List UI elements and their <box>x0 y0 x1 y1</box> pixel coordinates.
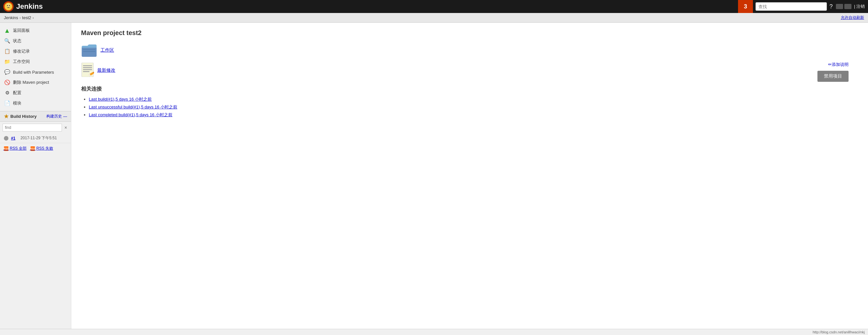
build-history-footer: RSS RSS 全部 RSS RSS 失败 <box>0 143 71 154</box>
sidebar-item-back[interactable]: ▲ 返回面板 <box>0 25 71 36</box>
rss-fail-icon: RSS <box>30 146 35 151</box>
build-history-panel: ★ Build History 构建历史 — × #1 2017-11-29 下… <box>0 111 71 154</box>
jenkins-logo-icon <box>3 1 13 12</box>
page-title: Maven project test2 <box>81 29 858 37</box>
related-links-section: 相关连接 Last build(#1),5 days 16 小时之前 Last … <box>81 86 858 118</box>
sidebar-item-changes[interactable]: 📋 修改记录 <box>0 46 71 56</box>
sidebar-item-changes-label: 修改记录 <box>13 48 30 54</box>
notification-badge[interactable]: 3 <box>738 0 753 13</box>
config-icon: ⚙ <box>4 90 10 96</box>
svg-rect-9 <box>83 69 92 70</box>
changeset-link[interactable]: 最新修改 <box>97 67 115 73</box>
changes-icon: 📋 <box>4 48 10 55</box>
sidebar-item-modules-label: 模块 <box>13 100 21 106</box>
disable-project-button[interactable]: 禁用项目 <box>817 71 848 82</box>
workspace-icon: 📁 <box>4 58 10 65</box>
svg-point-3 <box>9 5 10 6</box>
sidebar-item-workspace-label: 工作空间 <box>13 59 30 64</box>
rss-all-link[interactable]: RSS RSS 全部 <box>4 146 27 151</box>
folder-svg-icon <box>82 44 97 57</box>
auto-refresh-link[interactable]: 允许自动刷新 <box>841 15 864 21</box>
sidebar: ▲ 返回面板 🔍 状态 📋 修改记录 📁 工作空间 💬 Build with P… <box>0 23 71 335</box>
modules-icon: 📄 <box>4 100 10 107</box>
changeset-notepad-icon <box>81 63 94 78</box>
rss-fail-link[interactable]: RSS RSS 失败 <box>30 146 53 151</box>
workspace-link[interactable]: 工作区 <box>100 47 114 53</box>
svg-rect-4 <box>83 49 95 50</box>
related-links-title: 相关连接 <box>81 86 858 92</box>
logout-label[interactable]: | 注销 <box>854 4 865 9</box>
header: Jenkins 3 ? | 注销 <box>0 0 868 13</box>
status-icon: 🔍 <box>4 38 10 44</box>
build-history-star-icon: ★ <box>4 113 8 119</box>
build-history-title: ★ Build History <box>4 113 37 119</box>
build-history-search: × <box>0 122 71 133</box>
back-icon: ▲ <box>4 27 10 34</box>
user-icon-2 <box>844 4 851 9</box>
search-area: ? <box>755 2 833 11</box>
breadcrumb-jenkins[interactable]: Jenkins <box>4 15 18 20</box>
sidebar-item-workspace[interactable]: 📁 工作空间 <box>0 56 71 67</box>
build-history-links: 构建历史 — <box>46 114 67 119</box>
build-history-search-clear[interactable]: × <box>63 125 68 130</box>
related-links-list: Last build(#1),5 days 16 小时之前 Last unsuc… <box>81 96 858 118</box>
related-link-item-2: Last completed build(#1),5 days 16 小时之前 <box>89 112 858 118</box>
sidebar-item-modules[interactable]: 📄 模块 <box>0 98 71 108</box>
breadcrumb-sep1: › <box>20 16 21 20</box>
help-icon[interactable]: ? <box>830 3 833 10</box>
right-actions: ✏添加说明 禁用项目 <box>817 62 848 82</box>
sidebar-item-back-label: 返回面板 <box>13 28 30 33</box>
sidebar-item-build-params-label: Build with Parameters <box>13 70 54 75</box>
build-history-header: ★ Build History 构建历史 — <box>0 111 71 122</box>
related-link-1[interactable]: Last unsuccessful build(#1),5 days 16 小时… <box>89 105 177 109</box>
build-status-icon <box>4 136 8 141</box>
main-content-wrapper: Maven project test2 ✏添加说明 禁用项目 工作区 <box>81 29 858 118</box>
add-description-link[interactable]: ✏添加说明 <box>828 62 848 67</box>
statusbar: http://blog.csdn.net/anillhwaci/nkj <box>0 329 868 335</box>
build-history-search-input[interactable] <box>3 124 62 132</box>
svg-point-2 <box>7 5 8 6</box>
user-area: | 注销 <box>836 4 865 9</box>
related-link-2[interactable]: Last completed build(#1),5 days 16 小时之前 <box>89 112 173 117</box>
sidebar-item-status[interactable]: 🔍 状态 <box>0 36 71 46</box>
build-history-row: #1 2017-11-29 下午5:51 <box>0 133 71 143</box>
user-icons <box>836 4 851 9</box>
svg-rect-5 <box>83 51 95 52</box>
related-link-item-1: Last unsuccessful build(#1),5 days 16 小时… <box>89 104 858 110</box>
svg-rect-8 <box>83 67 92 68</box>
notepad-svg-icon <box>81 63 94 77</box>
app-title: Jenkins <box>16 2 43 11</box>
sidebar-item-status-label: 状态 <box>13 38 21 44</box>
build-params-icon: 💬 <box>4 69 10 75</box>
workspace-folder-icon <box>81 43 97 57</box>
related-link-item-0: Last build(#1),5 days 16 小时之前 <box>89 96 858 102</box>
main-content: Maven project test2 ✏添加说明 禁用项目 工作区 <box>71 23 868 335</box>
logo: Jenkins <box>3 1 43 12</box>
search-input[interactable] <box>755 2 827 11</box>
delete-icon: 🚫 <box>4 79 10 86</box>
svg-rect-10 <box>83 71 89 72</box>
rss-all-icon: RSS <box>4 146 8 151</box>
statusbar-url: http://blog.csdn.net/anillhwaci/nkj <box>813 330 865 334</box>
sidebar-item-build-params[interactable]: 💬 Build with Parameters <box>0 67 71 77</box>
sidebar-item-config[interactable]: ⚙ 配置 <box>0 88 71 98</box>
related-link-0[interactable]: Last build(#1),5 days 16 小时之前 <box>89 97 152 102</box>
breadcrumb-test2[interactable]: test2 <box>22 15 31 20</box>
layout: ▲ 返回面板 🔍 状态 📋 修改记录 📁 工作空间 💬 Build with P… <box>0 23 868 335</box>
workspace-area: 工作区 <box>81 43 858 57</box>
svg-rect-7 <box>83 65 92 66</box>
breadcrumb: Jenkins › test2 › 允许自动刷新 <box>0 13 868 23</box>
user-icon-1 <box>836 4 843 9</box>
build-time-1: 2017-11-29 下午5:51 <box>21 135 57 141</box>
sidebar-item-config-label: 配置 <box>13 90 21 96</box>
sidebar-item-delete-label: 删除 Maven project <box>13 80 49 85</box>
breadcrumb-sep2: › <box>32 16 34 20</box>
build-link-1[interactable]: #1 <box>11 136 15 141</box>
changeset-area: 最新修改 <box>81 63 858 78</box>
sidebar-item-delete[interactable]: 🚫 删除 Maven project <box>0 77 71 88</box>
build-history-link[interactable]: 构建历史 <box>46 114 62 119</box>
